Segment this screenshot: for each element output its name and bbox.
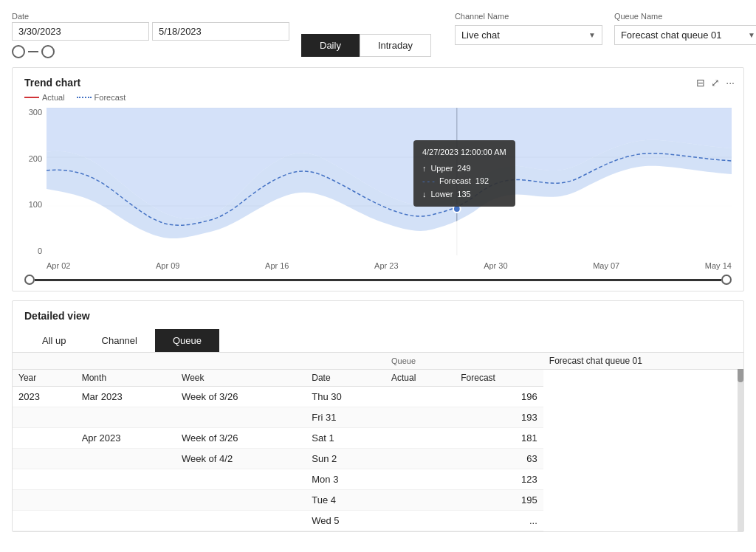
cell-forecast: 196: [455, 387, 543, 407]
cell-forecast: 181: [455, 428, 543, 449]
cell-date: Tue 4: [306, 490, 385, 511]
x-label-apr02: Apr 02: [47, 261, 70, 270]
tooltip-forecast-dash: - - -: [422, 175, 435, 188]
filter-icon[interactable]: ⊟: [696, 77, 705, 89]
th-month: Month: [76, 370, 176, 387]
x-label-may07: May 07: [593, 261, 619, 270]
cell-week: [176, 469, 306, 490]
chart-slider[interactable]: [24, 275, 732, 285]
tooltip-lower-row: ↓ Lower 135: [422, 188, 506, 201]
tooltip-forecast-label: Forecast: [439, 175, 471, 188]
table-wrapper[interactable]: Queue Forecast chat queue 01 Year Month …: [13, 353, 743, 531]
page-container: Date Daily Intraday Channel Name Live ch…: [0, 0, 756, 552]
cell-forecast: ...: [455, 511, 543, 531]
cell-week: Week of 3/26: [176, 428, 306, 449]
tab-all-up[interactable]: All up: [24, 329, 84, 352]
cell-forecast: 63: [455, 449, 543, 469]
legend-actual-line: [24, 97, 39, 98]
date-label: Date: [12, 12, 289, 21]
cell-year: [13, 469, 76, 490]
cell-actual: [385, 407, 455, 428]
tooltip-datetime: 4/27/2023 12:00:00 AM: [422, 146, 506, 159]
cell-month: [76, 407, 176, 428]
cell-actual: [385, 511, 455, 531]
tooltip-upper-value: 249: [457, 162, 470, 176]
chart-area: 300 200 100 0: [24, 108, 732, 270]
cell-forecast: 193: [455, 407, 543, 428]
cell-month: [76, 449, 176, 469]
table-row: 2023 Mar 2023 Week of 3/26 Thu 30 196: [13, 387, 743, 407]
calendar-icon-left: [12, 45, 25, 58]
intraday-button[interactable]: Intraday: [360, 34, 431, 57]
cell-actual: [385, 387, 455, 407]
more-options-icon[interactable]: ···: [726, 77, 735, 89]
cell-week: [176, 511, 306, 531]
legend-forecast: Forecast: [77, 93, 126, 102]
calendar-icon-right: [41, 45, 55, 58]
cell-actual: [385, 490, 455, 511]
y-label-300: 300: [29, 108, 42, 117]
cell-week: [176, 490, 306, 511]
tab-channel[interactable]: Channel: [84, 329, 155, 352]
th-month-group: [76, 353, 176, 370]
table-row: Wed 5 ...: [13, 511, 743, 531]
th-week: Week: [176, 370, 306, 387]
th-year: Year: [13, 370, 76, 387]
cell-forecast: 195: [455, 490, 543, 511]
date-section: Date: [12, 12, 289, 58]
cell-year: [13, 490, 76, 511]
cell-year: [13, 511, 76, 531]
tooltip-lower-value: 135: [457, 188, 470, 201]
tooltip-upper-row: ↑ Upper 249: [422, 162, 506, 176]
detail-view-card: Detailed view All up Channel Queue Queue…: [12, 300, 744, 532]
cell-date: Fri 31: [306, 407, 385, 428]
chart-svg: [47, 108, 732, 255]
daily-button[interactable]: Daily: [301, 34, 360, 57]
queue-name-dropdown[interactable]: Forecast chat queue 01 ▼: [614, 25, 756, 45]
scrollbar-track[interactable]: [738, 353, 743, 531]
table-body: 2023 Mar 2023 Week of 3/26 Thu 30 196 Fr…: [13, 387, 743, 531]
table-row: Tue 4 195: [13, 490, 743, 511]
export-icon[interactable]: ⤢: [711, 77, 720, 89]
th-year-group: [13, 353, 76, 370]
tooltip-upper-label: Upper: [430, 162, 453, 176]
cell-date: Wed 5: [306, 511, 385, 531]
y-label-0: 0: [38, 246, 42, 255]
queue-dropdown-arrow: ▼: [748, 31, 755, 39]
cell-actual: [385, 449, 455, 469]
date-from-input[interactable]: [12, 22, 149, 41]
y-label-100: 100: [29, 200, 42, 209]
th-actual: Actual: [385, 370, 455, 387]
tab-queue[interactable]: Queue: [155, 329, 219, 352]
cell-date: Sat 1: [306, 428, 385, 449]
slider-left-handle[interactable]: [24, 275, 35, 285]
trend-chart-card: Trend chart Actual Forecast ⊟ ⤢ ··· 300 …: [12, 67, 744, 291]
x-label-apr16: Apr 16: [265, 261, 289, 270]
table-header-group-row: Queue Forecast chat queue 01: [13, 353, 743, 370]
cell-week: Week of 3/26: [176, 387, 306, 407]
cell-year: [13, 428, 76, 449]
channel-name-dropdown[interactable]: Live chat ▼: [455, 25, 602, 45]
cell-date: Sun 2: [306, 449, 385, 469]
detail-view-title: Detailed view: [13, 310, 743, 329]
cell-month: Mar 2023: [76, 387, 176, 407]
th-forecast-queue-group: Forecast chat queue 01: [543, 353, 743, 370]
slider-track[interactable]: [35, 279, 721, 281]
chart-legend: Actual Forecast: [24, 93, 732, 102]
legend-forecast-line: [77, 97, 92, 98]
y-axis-labels: 300 200 100 0: [24, 108, 45, 255]
x-axis-labels: Apr 02 Apr 09 Apr 16 Apr 23 Apr 30 May 0…: [47, 261, 732, 270]
tooltip-lower-icon: ↓: [422, 188, 427, 201]
cell-date: Mon 3: [306, 469, 385, 490]
slider-right-handle[interactable]: [721, 275, 732, 285]
x-label-may14: May 14: [705, 261, 732, 270]
tooltip-forecast-value: 192: [475, 175, 489, 188]
table-row: Fri 31 193: [13, 407, 743, 428]
cell-date: Thu 30: [306, 387, 385, 407]
tooltip-forecast-row: - - - Forecast 192: [422, 175, 506, 188]
th-queue-group: Queue: [385, 353, 543, 370]
date-to-input[interactable]: [152, 22, 289, 41]
x-label-apr09: Apr 09: [156, 261, 179, 270]
legend-actual-label: Actual: [42, 93, 65, 102]
queue-name-value: Forecast chat queue 01: [621, 30, 722, 41]
